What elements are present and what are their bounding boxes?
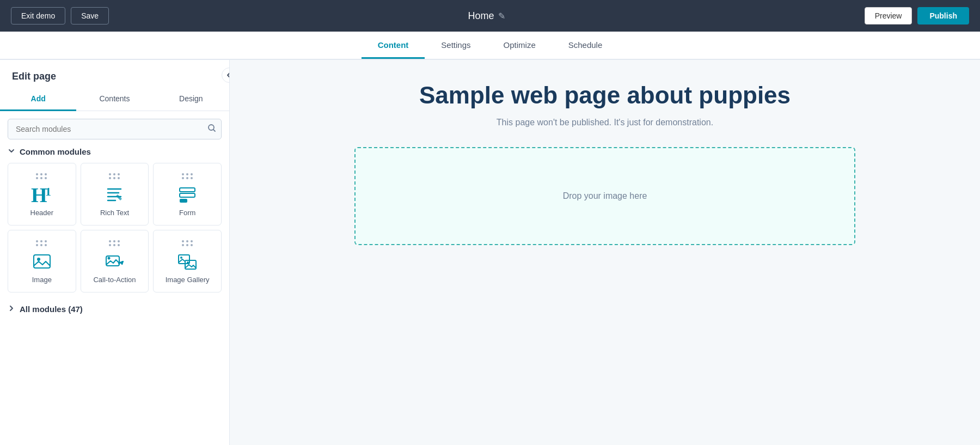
publish-button[interactable]: Publish xyxy=(917,7,969,25)
canvas-area: Sample web page about puppies This page … xyxy=(230,60,980,445)
all-modules-row[interactable]: All modules (47) xyxy=(8,299,222,319)
svg-rect-4 xyxy=(180,193,195,197)
modules-grid: H 1 Header xyxy=(8,163,222,292)
svg-text:1: 1 xyxy=(45,185,51,198)
tab-optimize[interactable]: Optimize xyxy=(487,33,552,59)
rich-text-icon xyxy=(103,184,125,205)
main-layout: Edit page Add Contents Design Common mod… xyxy=(0,60,980,445)
drag-dots-image xyxy=(36,240,47,246)
tab-schedule[interactable]: Schedule xyxy=(552,33,619,59)
top-bar-left: Exit demo Save xyxy=(11,7,109,25)
top-bar: Exit demo Save Home ✎ Preview Publish xyxy=(0,0,980,32)
module-label-gallery: Image Gallery xyxy=(166,276,210,284)
module-label-cta: Call-to-Action xyxy=(93,276,136,284)
save-button[interactable]: Save xyxy=(71,7,109,25)
svg-rect-5 xyxy=(180,199,187,203)
sidebar-inner-tabs: Add Contents Design xyxy=(0,88,229,111)
page-heading: Sample web page about puppies xyxy=(419,82,791,109)
module-label-image: Image xyxy=(32,276,52,284)
search-icon-button[interactable] xyxy=(207,124,216,135)
svg-point-9 xyxy=(108,257,111,259)
module-label-header: Header xyxy=(30,209,54,217)
drag-dots-gallery xyxy=(182,240,193,246)
chevron-right-icon xyxy=(8,304,15,314)
cta-icon xyxy=(103,251,125,272)
drag-dots-rich-text xyxy=(109,173,120,179)
drop-zone[interactable]: Drop your image here xyxy=(354,147,855,245)
common-modules-header[interactable]: Common modules xyxy=(8,147,222,156)
search-container xyxy=(0,111,229,139)
svg-point-7 xyxy=(37,258,40,261)
module-card-header[interactable]: H 1 Header xyxy=(8,163,76,225)
svg-rect-3 xyxy=(180,188,195,192)
svg-rect-11 xyxy=(185,260,196,269)
module-card-call-to-action[interactable]: Call-to-Action xyxy=(81,230,149,292)
edit-icon[interactable]: ✎ xyxy=(498,11,505,21)
exit-demo-button[interactable]: Exit demo xyxy=(11,7,65,25)
nav-tabs: Content Settings Optimize Schedule xyxy=(0,32,980,60)
top-bar-center: Home ✎ xyxy=(468,10,505,22)
preview-button[interactable]: Preview xyxy=(865,7,912,25)
modules-section: Common modules H 1 Header xyxy=(0,139,229,445)
sidebar-header: Edit page xyxy=(0,60,229,88)
svg-point-12 xyxy=(180,257,182,259)
sidebar-tab-contents[interactable]: Contents xyxy=(76,88,152,111)
sidebar-tab-design[interactable]: Design xyxy=(153,88,229,111)
svg-point-13 xyxy=(187,261,189,264)
tab-settings[interactable]: Settings xyxy=(425,33,487,59)
svg-rect-6 xyxy=(34,255,50,268)
common-modules-title: Common modules xyxy=(20,147,91,156)
form-icon xyxy=(176,184,198,205)
drag-dots-header xyxy=(36,173,47,179)
module-card-form[interactable]: Form xyxy=(153,163,222,225)
page-title-text: Home xyxy=(468,10,494,22)
all-modules-label: All modules (47) xyxy=(20,304,83,314)
drag-dots-cta xyxy=(109,240,120,246)
module-card-image-gallery[interactable]: Image Gallery xyxy=(153,230,222,292)
module-card-rich-text[interactable]: Rich Text xyxy=(81,163,149,225)
sidebar-tab-add[interactable]: Add xyxy=(0,88,76,111)
gallery-icon xyxy=(176,251,198,272)
module-label-rich-text: Rich Text xyxy=(100,209,129,217)
chevron-down-icon xyxy=(8,147,15,156)
page-title: Home ✎ xyxy=(468,10,505,22)
image-icon xyxy=(31,251,53,272)
drag-dots-form xyxy=(182,173,193,179)
module-card-image[interactable]: Image xyxy=(8,230,76,292)
drop-zone-text: Drop your image here xyxy=(563,191,647,201)
left-sidebar: Edit page Add Contents Design Common mod… xyxy=(0,60,230,445)
tab-content[interactable]: Content xyxy=(362,33,425,59)
header-icon: H 1 xyxy=(30,184,54,205)
page-subtext: This page won't be published. It's just … xyxy=(497,118,713,127)
search-input[interactable] xyxy=(8,119,222,139)
module-label-form: Form xyxy=(179,209,195,217)
top-bar-right: Preview Publish xyxy=(865,7,969,25)
